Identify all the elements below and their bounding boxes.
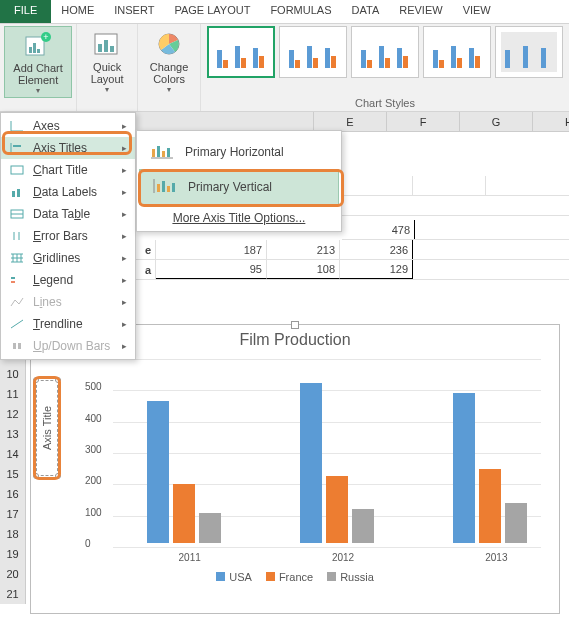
cell[interactable]: 129 [340,260,413,279]
svg-rect-29 [433,50,438,68]
axes-icon [9,119,27,133]
add-chart-element-button[interactable]: + Add Chart Element ▾ [4,26,72,98]
quick-layout-button[interactable]: Quick Layout ▾ [81,26,133,96]
selection-handle[interactable] [291,321,299,329]
cell[interactable]: 187 [156,240,267,259]
row-header-16[interactable]: 16 [0,484,26,504]
bar-france-2011[interactable] [173,484,195,543]
menu-chart-title[interactable]: Chart Title▸ [1,159,135,181]
legend-usa[interactable]: USA [216,571,252,583]
menu-data-labels[interactable]: Data Labels▸ [1,181,135,203]
row-header-21[interactable]: 21 [0,584,26,604]
svg-rect-26 [367,60,372,68]
row-header-18[interactable]: 18 [0,524,26,544]
row-header-15[interactable]: 15 [0,464,26,484]
dropdown-arrow-icon: ▾ [36,86,40,95]
bar-usa-2012[interactable] [300,383,322,543]
chart-legend[interactable]: USA France Russia [31,571,559,583]
cell[interactable]: a [136,260,156,279]
bar-usa-2011[interactable] [147,401,169,543]
menu-data-table[interactable]: Data Table▸ [1,203,135,225]
y-tick-label: 300 [85,444,102,455]
x-tick-label: 2012 [332,552,354,563]
submenu-primary-horizontal[interactable]: Primary Horizontal [137,135,341,169]
svg-rect-47 [11,277,15,279]
svg-rect-23 [361,50,366,68]
resize-handle[interactable] [55,473,61,479]
chart-style-1[interactable] [207,26,275,78]
resize-handle[interactable] [33,473,39,479]
lines-icon [9,295,27,309]
menu-legend[interactable]: Legend▸ [1,269,135,291]
menu-updown-bars: Up/Down Bars▸ [1,335,135,357]
submenu-arrow-icon: ▸ [122,187,127,197]
svg-rect-16 [259,56,264,68]
submenu-more-options[interactable]: More Axis Title Options... [137,205,341,227]
col-header-g[interactable]: G [460,112,533,131]
row-header-20[interactable]: 20 [0,564,26,584]
tab-view[interactable]: VIEW [453,0,501,23]
row-header-14[interactable]: 14 [0,444,26,464]
cell[interactable]: 213 [267,240,340,259]
vertical-axis-title[interactable]: Axis Title [36,380,58,476]
svg-rect-11 [217,50,222,68]
x-tick-label: 2011 [179,552,201,563]
cell[interactable]: 108 [267,260,340,279]
bar-russia-2012[interactable] [352,509,374,543]
cell[interactable]: 478 [342,220,415,239]
bar-russia-2013[interactable] [505,503,527,543]
svg-rect-20 [295,60,300,68]
legend-russia[interactable]: Russia [327,571,374,583]
menu-axis-titles[interactable]: Axis Titles▸ [1,137,135,159]
tab-review[interactable]: REVIEW [389,0,452,23]
svg-rect-2 [33,43,36,53]
submenu-primary-vertical[interactable]: Primary Vertical [139,169,339,205]
chart-style-2[interactable] [279,26,347,78]
resize-handle[interactable] [33,377,39,383]
embedded-chart[interactable]: Film Production 010020030040050060020112… [30,324,560,614]
col-header-e[interactable]: E [314,112,387,131]
tab-file[interactable]: FILE [0,0,51,23]
add-chart-element-menu: Axes▸ Axis Titles▸ Chart Title▸ Data Lab… [0,112,136,360]
data-table-icon [9,207,27,221]
bar-france-2013[interactable] [479,469,501,543]
chart-plot-area[interactable]: 0100200300400500600201120122013 [77,351,551,571]
resize-handle[interactable] [55,377,61,383]
svg-text:+: + [43,32,48,42]
y-tick-label: 200 [85,475,102,486]
bar-usa-2013[interactable] [453,393,475,543]
y-tick-label: 100 [85,506,102,517]
row-header-12[interactable]: 12 [0,404,26,424]
menu-gridlines[interactable]: Gridlines▸ [1,247,135,269]
menu-error-bars[interactable]: Error Bars▸ [1,225,135,247]
add-chart-element-icon: + [22,29,54,61]
tab-page-layout[interactable]: PAGE LAYOUT [164,0,260,23]
chart-style-4[interactable] [423,26,491,78]
chart-style-3[interactable] [351,26,419,78]
submenu-arrow-icon: ▸ [122,341,127,351]
cell[interactable]: e [136,240,156,259]
cell[interactable]: 95 [156,260,267,279]
menu-trendline[interactable]: Trendline▸ [1,313,135,335]
tab-formulas[interactable]: FORMULAS [260,0,341,23]
svg-rect-52 [157,146,160,157]
cell[interactable]: 236 [340,240,413,259]
col-header-f[interactable]: F [387,112,460,131]
bar-russia-2011[interactable] [199,513,221,543]
row-header-13[interactable]: 13 [0,424,26,444]
tab-data[interactable]: DATA [342,0,390,23]
row-header-17[interactable]: 17 [0,504,26,524]
legend-france[interactable]: France [266,571,313,583]
svg-rect-50 [18,343,21,349]
tab-insert[interactable]: INSERT [104,0,164,23]
row-header-10[interactable]: 10 [0,364,26,384]
chart-style-5[interactable] [495,26,563,78]
bar-france-2012[interactable] [326,476,348,543]
row-header-19[interactable]: 19 [0,544,26,564]
svg-rect-19 [325,48,330,68]
menu-axes[interactable]: Axes▸ [1,115,135,137]
tab-home[interactable]: HOME [51,0,104,23]
col-header-h[interactable]: H [533,112,569,131]
change-colors-button[interactable]: Change Colors ▾ [142,26,196,96]
row-header-11[interactable]: 11 [0,384,26,404]
